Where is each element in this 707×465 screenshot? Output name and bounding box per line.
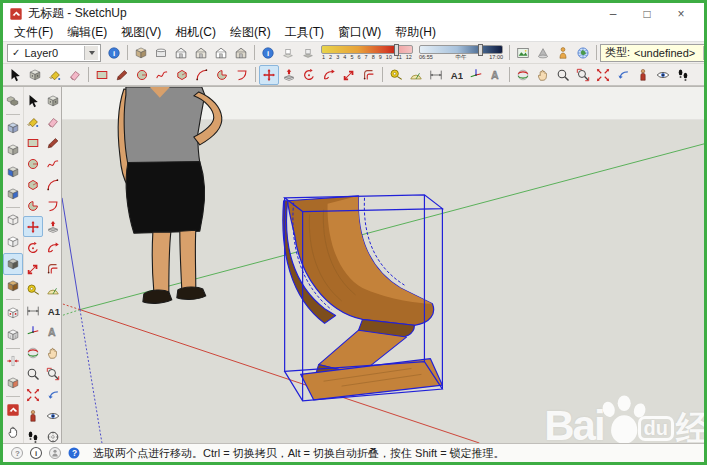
tool-rotate[interactable] [299,65,319,85]
close-button[interactable]: × [664,4,698,24]
tool-dimension[interactable] [426,65,446,85]
tool-view-iso[interactable] [131,43,151,63]
tool-circle[interactable] [23,153,43,174]
menu-item-edit[interactable]: 编辑(E) [60,24,114,41]
shadow-time-slider[interactable]: 06:55 中午 17:00 [419,45,503,61]
tool-rotate[interactable] [23,237,43,258]
tool-arc[interactable] [43,174,63,195]
tool-zoom-extents[interactable] [23,384,43,405]
tool-follow-me[interactable] [319,65,339,85]
tool-back-edges[interactable] [3,139,23,161]
tool-layer-manager[interactable]: i [104,43,124,63]
tool-toggle-terrain[interactable] [533,43,553,63]
tool-line[interactable] [43,132,63,153]
tool-circle[interactable] [132,65,152,85]
tool-paint-bucket[interactable] [23,111,43,132]
menu-item-draw[interactable]: 绘图(R) [223,24,278,41]
tool-sign-in[interactable] [45,443,64,463]
tool-polygon[interactable] [172,65,192,85]
tool-grid-style[interactable] [3,324,23,346]
tool-shadow-faces[interactable] [298,43,318,63]
tool-rectangle[interactable] [23,132,43,153]
tool-previous[interactable] [43,384,63,405]
menu-item-tools[interactable]: 工具(T) [278,24,331,41]
tool-pan[interactable] [43,342,63,363]
tool-rectangle[interactable] [92,65,112,85]
tool-protractor[interactable] [406,65,426,85]
tool-section-cut[interactable] [3,372,23,394]
title-bar[interactable]: 无标题 - SketchUp – □ × [3,3,704,24]
month-gradient[interactable] [321,45,413,54]
tool-zoom[interactable] [553,65,573,85]
tool-axes[interactable] [23,321,43,342]
tool-zoom-extents[interactable] [593,65,613,85]
tool-monochrome[interactable] [3,302,23,324]
tool-text[interactable]: A1 [43,300,63,321]
tool-style-blue-b[interactable] [3,183,23,205]
tool-push-pull[interactable] [43,216,63,237]
time-gradient[interactable] [419,45,503,54]
tool-scale[interactable] [339,65,359,85]
tool-dimension[interactable] [23,300,43,321]
tool-zoom-window[interactable] [43,363,63,384]
tool-geolocation-help[interactable]: ? [7,443,26,463]
menu-item-file[interactable]: 文件(F) [7,24,60,41]
layer-combo[interactable]: ✓ Layer0 [7,44,101,62]
tool-select[interactable] [5,65,25,85]
tool-shaded[interactable] [3,253,23,275]
tool-line[interactable] [112,65,132,85]
tool-select[interactable] [23,90,43,111]
tool-orbit[interactable] [23,342,43,363]
tool-previous[interactable] [613,65,633,85]
menu-item-help[interactable]: 帮助(H) [388,24,443,41]
minimize-button[interactable]: – [596,4,630,24]
tool-view-left[interactable] [231,43,251,63]
type-combo-arrow[interactable] [703,46,704,60]
tool-make-component[interactable] [25,65,45,85]
tool-3d-text[interactable]: A [43,321,63,342]
tool-scale[interactable] [23,258,43,279]
tool-pie[interactable] [23,195,43,216]
tool-offset[interactable] [359,65,379,85]
menu-item-camera[interactable]: 相机(C) [168,24,223,41]
tool-protractor[interactable] [43,279,63,300]
type-combo[interactable]: 类型: <undefined> [600,44,704,62]
tool-pie[interactable] [212,65,232,85]
tool-arc-2[interactable] [43,195,63,216]
tool-wireframe[interactable] [3,209,23,231]
tool-freehand[interactable] [43,153,63,174]
tool-look-around[interactable] [653,65,673,85]
tool-shadow-settings[interactable]: i [258,43,278,63]
time-slider-handle[interactable] [478,44,483,56]
tool-paint-bucket[interactable] [45,65,65,85]
tool-model-info[interactable] [3,399,23,421]
tool-view-back[interactable] [211,43,231,63]
menu-item-window[interactable]: 窗口(W) [331,24,388,41]
tool-arc[interactable] [192,65,212,85]
tool-view-top[interactable] [151,43,171,63]
tool-help-center[interactable]: ? [64,443,83,463]
tool-polygon[interactable] [23,174,43,195]
tool-offset[interactable] [43,258,63,279]
maximize-button[interactable]: □ [630,4,664,24]
layer-combo-arrow[interactable] [84,46,98,60]
month-slider-handle[interactable] [394,44,399,56]
tool-credits-info[interactable]: i [26,443,45,463]
tool-section-display[interactable] [3,350,23,372]
tool-move[interactable] [259,65,279,85]
tool-display-modes[interactable] [3,90,23,112]
drawing-canvas[interactable]: Bai du 经 [61,87,704,443]
tool-follow-me[interactable] [43,237,63,258]
tool-add-location[interactable] [513,43,533,63]
tool-tape-measure[interactable] [23,279,43,300]
tool-orbit[interactable] [513,65,533,85]
tool-move[interactable] [23,216,43,237]
tool-arc-2[interactable] [232,65,252,85]
tool-walk[interactable] [673,65,693,85]
tool-eraser[interactable] [65,65,85,85]
tool-hidden-line[interactable] [3,231,23,253]
tool-position-camera[interactable] [633,65,653,85]
tool-freehand[interactable] [152,65,172,85]
tool-look-around[interactable] [43,405,63,426]
menu-item-view[interactable]: 视图(V) [114,24,168,41]
